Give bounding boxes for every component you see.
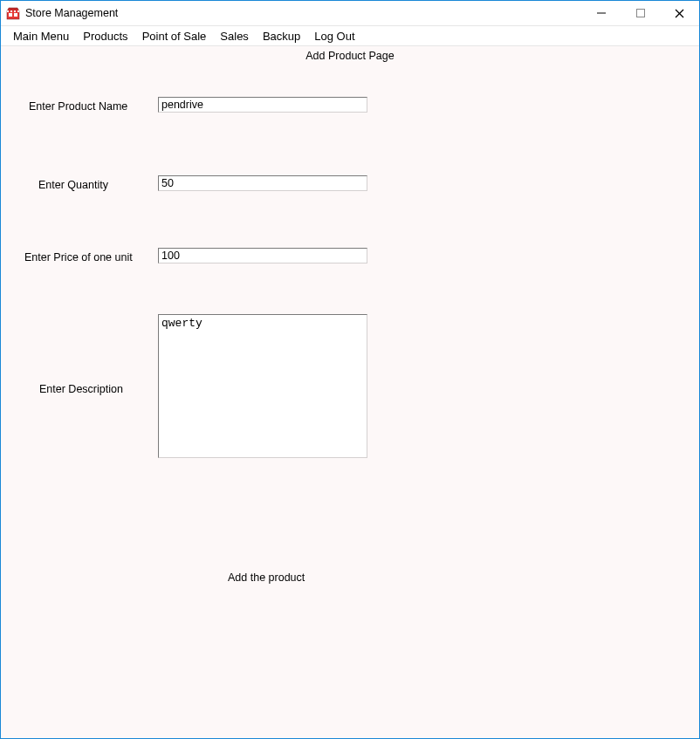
- app-icon: [6, 6, 20, 20]
- menu-backup[interactable]: Backup: [256, 28, 307, 44]
- add-product-button[interactable]: Add the product: [219, 568, 313, 587]
- description-label: Enter Description: [39, 383, 123, 395]
- app-window: Store Management Main Menu Products Poin…: [0, 0, 700, 739]
- svg-rect-6: [16, 10, 17, 12]
- svg-rect-5: [12, 10, 14, 12]
- svg-rect-1: [9, 13, 12, 17]
- titlebar-left: Store Management: [6, 6, 118, 20]
- minimize-button[interactable]: [581, 1, 621, 25]
- price-input[interactable]: [158, 248, 367, 263]
- svg-rect-4: [9, 10, 10, 12]
- svg-line-9: [676, 10, 683, 17]
- titlebar: Store Management: [1, 1, 699, 26]
- quantity-input[interactable]: [158, 175, 367, 191]
- product-name-input[interactable]: [158, 97, 367, 113]
- menubar: Main Menu Products Point of Sale Sales B…: [1, 26, 699, 46]
- menu-point-of-sale[interactable]: Point of Sale: [135, 28, 214, 44]
- menu-log-out[interactable]: Log Out: [307, 28, 361, 44]
- client-area: Add Product Page Enter Product Name Ente…: [1, 46, 699, 738]
- maximize-button[interactable]: [621, 1, 660, 25]
- window-title: Store Management: [25, 7, 118, 19]
- svg-line-10: [676, 10, 683, 17]
- svg-rect-2: [14, 13, 17, 17]
- product-name-label: Enter Product Name: [29, 100, 127, 113]
- menu-main[interactable]: Main Menu: [6, 28, 76, 44]
- menu-products[interactable]: Products: [76, 28, 134, 44]
- page-title: Add Product Page: [1, 50, 699, 62]
- svg-rect-8: [636, 10, 644, 17]
- menu-sales[interactable]: Sales: [213, 28, 256, 44]
- quantity-label: Enter Quantity: [38, 179, 108, 191]
- price-label: Enter Price of one unit: [24, 251, 133, 263]
- description-textarea[interactable]: [158, 314, 367, 458]
- close-button[interactable]: [660, 1, 699, 25]
- titlebar-controls: [581, 1, 699, 25]
